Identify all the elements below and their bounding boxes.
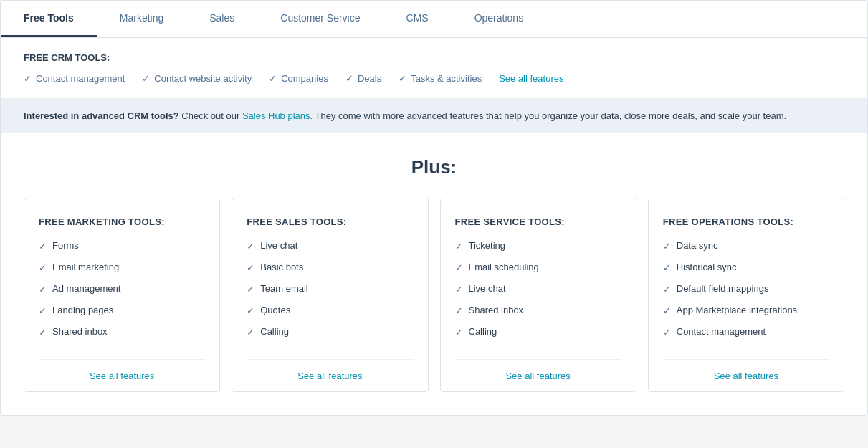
tool-card-2: FREE SERVICE TOOLS:✓Ticketing✓Email sche… <box>440 199 636 392</box>
nav-tab-marketing[interactable]: Marketing <box>97 1 186 37</box>
card-feature-item: ✓Historical sync <box>663 262 829 273</box>
check-icon: ✓ <box>142 73 150 84</box>
page-wrapper: Free ToolsMarketingSalesCustomer Service… <box>0 0 868 416</box>
card-feature-item: ✓Calling <box>247 326 413 338</box>
crm-see-all-link[interactable]: See all features <box>499 73 563 84</box>
check-icon: ✓ <box>269 73 277 84</box>
card-title: FREE MARKETING TOOLS: <box>39 216 205 227</box>
card-feature-label: Default field mappings <box>677 283 769 294</box>
card-footer: See all features <box>663 359 829 391</box>
nav-tab-cms[interactable]: CMS <box>383 1 452 37</box>
crm-feature-label: Deals <box>358 73 381 84</box>
card-features-list: ✓Forms✓Email marketing✓Ad management✓Lan… <box>39 240 205 348</box>
banner-normal: Check out our <box>181 110 242 121</box>
card-feature-item: ✓Forms <box>39 240 205 252</box>
card-feature-label: Basic bots <box>260 262 303 272</box>
plus-title: Plus: <box>24 156 844 178</box>
sales-hub-link[interactable]: Sales Hub plans. <box>242 110 313 121</box>
card-feature-label: Shared inbox <box>469 305 524 315</box>
card-feature-label: App Marketplace integrations <box>677 305 797 315</box>
tool-card-1: FREE SALES TOOLS:✓Live chat✓Basic bots✓T… <box>232 199 428 392</box>
card-feature-label: Ad management <box>52 283 120 294</box>
card-feature-item: ✓Basic bots <box>247 262 413 273</box>
card-feature-item: ✓Ticketing <box>455 240 621 252</box>
card-feature-item: ✓Live chat <box>455 283 621 295</box>
check-icon: ✓ <box>663 241 671 252</box>
crm-title: FREE CRM TOOLS: <box>24 52 844 63</box>
card-feature-label: Team email <box>260 283 307 294</box>
card-feature-item: ✓Team email <box>247 283 413 295</box>
crm-feature-item: ✓Companies <box>269 73 328 84</box>
card-feature-item: ✓Data sync <box>663 240 829 252</box>
crm-feature-item: ✓Contact website activity <box>142 73 252 84</box>
card-feature-item: ✓Live chat <box>247 240 413 252</box>
card-feature-label: Email scheduling <box>469 262 539 272</box>
card-feature-label: Quotes <box>260 305 290 315</box>
tool-card-0: FREE MARKETING TOOLS:✓Forms✓Email market… <box>24 199 220 392</box>
card-see-all-link[interactable]: See all features <box>505 371 570 381</box>
check-icon: ✓ <box>663 305 671 316</box>
check-icon: ✓ <box>247 327 254 338</box>
card-see-all-link[interactable]: See all features <box>714 371 778 381</box>
card-feature-item: ✓Quotes <box>247 305 413 316</box>
crm-features-list: ✓Contact management✓Contact website acti… <box>24 73 844 84</box>
card-feature-item: ✓Calling <box>455 326 621 338</box>
card-features-list: ✓Data sync✓Historical sync✓Default field… <box>663 240 829 348</box>
card-feature-label: Landing pages <box>52 305 113 315</box>
banner-end: They come with more advanced features th… <box>315 110 787 121</box>
card-feature-label: Live chat <box>260 240 297 251</box>
card-feature-item: ✓Shared inbox <box>39 326 205 338</box>
card-feature-item: ✓Contact management <box>663 326 829 338</box>
card-see-all-link[interactable]: See all features <box>90 371 154 381</box>
check-icon: ✓ <box>39 305 47 316</box>
banner-bold: Interested in advanced CRM tools? <box>24 110 179 121</box>
card-feature-label: Contact management <box>677 326 766 337</box>
check-icon: ✓ <box>455 262 463 273</box>
nav-tabs: Free ToolsMarketingSalesCustomer Service… <box>1 1 867 38</box>
card-feature-label: Forms <box>52 240 79 251</box>
nav-tab-free-tools[interactable]: Free Tools <box>1 1 97 37</box>
check-icon: ✓ <box>663 284 671 295</box>
check-icon: ✓ <box>455 305 463 316</box>
card-feature-item: ✓Landing pages <box>39 305 205 316</box>
check-icon: ✓ <box>39 262 47 273</box>
card-feature-item: ✓Ad management <box>39 283 205 295</box>
check-icon: ✓ <box>455 284 463 295</box>
card-feature-label: Historical sync <box>677 262 737 272</box>
check-icon: ✓ <box>247 262 254 273</box>
cards-grid: FREE MARKETING TOOLS:✓Forms✓Email market… <box>24 199 844 392</box>
card-feature-label: Calling <box>260 326 289 337</box>
crm-feature-label: Tasks & activities <box>411 73 482 84</box>
check-icon: ✓ <box>455 327 463 338</box>
card-see-all-link[interactable]: See all features <box>297 371 362 381</box>
card-feature-item: ✓App Marketplace integrations <box>663 305 829 316</box>
check-icon: ✓ <box>663 327 671 338</box>
card-feature-item: ✓Email marketing <box>39 262 205 273</box>
card-features-list: ✓Live chat✓Basic bots✓Team email✓Quotes✓… <box>247 240 413 348</box>
crm-feature-label: Contact management <box>36 73 125 84</box>
card-title: FREE OPERATIONS TOOLS: <box>663 216 829 227</box>
check-icon: ✓ <box>247 284 254 295</box>
crm-feature-item: ✓Deals <box>345 73 381 84</box>
card-feature-label: Ticketing <box>469 240 506 251</box>
check-icon: ✓ <box>24 73 32 84</box>
crm-feature-label: Contact website activity <box>154 73 252 84</box>
check-icon: ✓ <box>345 73 353 84</box>
plus-section: Plus: FREE MARKETING TOOLS:✓Forms✓Email … <box>1 133 867 415</box>
check-icon: ✓ <box>663 262 671 273</box>
card-feature-item: ✓Email scheduling <box>455 262 621 273</box>
nav-tab-customer-service[interactable]: Customer Service <box>257 1 383 37</box>
card-footer: See all features <box>39 359 205 391</box>
tool-card-3: FREE OPERATIONS TOOLS:✓Data sync✓Histori… <box>648 199 844 392</box>
check-icon: ✓ <box>39 241 47 252</box>
nav-tab-operations[interactable]: Operations <box>452 1 546 37</box>
card-footer: See all features <box>247 359 413 391</box>
check-icon: ✓ <box>455 241 463 252</box>
card-footer: See all features <box>455 359 621 391</box>
card-feature-label: Email marketing <box>52 262 119 272</box>
check-icon: ✓ <box>247 241 254 252</box>
info-banner: Interested in advanced CRM tools? Check … <box>1 99 867 133</box>
card-feature-item: ✓Default field mappings <box>663 283 829 295</box>
nav-tab-sales[interactable]: Sales <box>186 1 257 37</box>
crm-feature-label: Companies <box>281 73 328 84</box>
